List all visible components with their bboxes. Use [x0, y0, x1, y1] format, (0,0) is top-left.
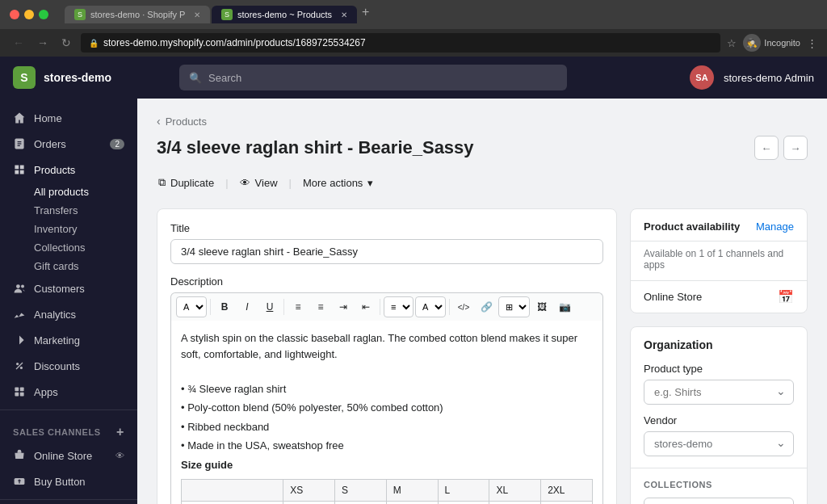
address-bar: ← → ↻ 🔒 stores-demo.myshopify.com/admin/…: [0, 29, 827, 57]
online-store-icon: [13, 449, 26, 462]
search-input[interactable]: [208, 72, 557, 84]
indent-button[interactable]: ⇥: [333, 296, 354, 317]
size-table: XS S M L XL 2XL: [181, 479, 593, 504]
svg-rect-9: [15, 387, 19, 391]
chest-2xl: 48-50: [541, 502, 593, 505]
tab-label-1: stores-demo · Shopify Partners: [90, 10, 186, 19]
link-button[interactable]: 🔗: [476, 296, 497, 317]
maximize-dot[interactable]: [39, 10, 48, 19]
sidebar-item-apps[interactable]: Apps: [0, 379, 137, 405]
apps-icon: [13, 385, 26, 398]
action-bar: ⧉ Duplicate | 👁 View | More actions ▾: [157, 173, 808, 192]
sidebar-subitem-all-products[interactable]: All products: [0, 183, 137, 201]
minimize-dot[interactable]: [24, 10, 34, 19]
sidebar-subitem-collections[interactable]: Collections: [0, 238, 137, 257]
tab-label-2: stores-demo ~ Products ~ 3/4 ...: [237, 10, 333, 19]
view-button[interactable]: 👁 View: [238, 174, 279, 192]
sidebar-item-discounts[interactable]: Discounts: [0, 353, 137, 379]
title-label: Title: [170, 222, 603, 234]
previous-product-button[interactable]: ←: [754, 136, 779, 160]
sidebar-item-customers[interactable]: Customers: [0, 275, 137, 301]
sidebar-item-analytics[interactable]: Analytics: [0, 301, 137, 327]
sidebar-item-marketing[interactable]: Marketing: [0, 327, 137, 353]
sales-channels-label: SALES CHANNELS: [13, 427, 101, 437]
search-input-wrap[interactable]: 🔍: [179, 65, 567, 90]
close-dot[interactable]: [10, 10, 19, 19]
title-input[interactable]: [170, 239, 603, 264]
size-col-xs: XS: [283, 480, 335, 502]
ordered-list-button[interactable]: ≡: [310, 296, 331, 317]
video-button[interactable]: 📷: [554, 296, 575, 317]
sidebar-label-products: Products: [34, 164, 75, 176]
tab-close-2[interactable]: ✕: [341, 10, 347, 19]
underline-button[interactable]: U: [259, 296, 280, 317]
toolbar-sep-3: [380, 299, 380, 315]
sidebar-item-buy-button[interactable]: Buy Button: [0, 468, 137, 494]
browser-tab-2[interactable]: S stores-demo ~ Products ~ 3/4 ... ✕: [212, 6, 357, 23]
next-product-button[interactable]: →: [783, 136, 808, 160]
tab-close-1[interactable]: ✕: [194, 10, 200, 19]
sidebar-subitem-inventory[interactable]: Inventory: [0, 220, 137, 238]
svg-rect-11: [15, 393, 19, 397]
sidebar-label-discounts: Discounts: [34, 360, 80, 372]
font-select[interactable]: A: [176, 296, 207, 317]
unordered-list-button[interactable]: ≡: [288, 296, 309, 317]
page-title: 3/4 sleeve raglan shirt - Bearie_Sassy: [157, 137, 474, 158]
align-select[interactable]: ≡: [384, 296, 414, 317]
star-icon[interactable]: ☆: [727, 37, 737, 49]
svg-point-7: [20, 367, 23, 369]
avatar-initials: SA: [695, 73, 707, 82]
sidebar-subitem-gift-cards[interactable]: Gift cards: [0, 257, 137, 275]
outdent-button[interactable]: ⇤: [355, 296, 376, 317]
topnav-right: SA stores-demo Admin: [690, 65, 814, 90]
more-actions-button[interactable]: More actions ▾: [301, 174, 375, 192]
menu-icon[interactable]: ⋮: [807, 37, 817, 49]
chevron-down-icon: ▾: [367, 177, 373, 189]
view-label: View: [255, 177, 278, 189]
address-box[interactable]: 🔒 stores-demo.myshopify.com/admin/produc…: [81, 33, 720, 52]
bold-button[interactable]: B: [214, 296, 235, 317]
forward-button[interactable]: →: [34, 35, 52, 51]
online-store-visibility-icon[interactable]: 👁: [115, 451, 124, 460]
browser-tab-1[interactable]: S stores-demo · Shopify Partners ✕: [65, 6, 210, 23]
availability-header: Product availability Manage: [631, 209, 807, 242]
collection-search[interactable]: 🔍: [644, 498, 794, 504]
action-divider-2: |: [289, 177, 292, 189]
marketing-icon: [13, 334, 26, 346]
toolbar-sep-4: [449, 299, 450, 315]
italic-button[interactable]: I: [237, 296, 258, 317]
org-title: Organization: [644, 338, 794, 351]
product-details-card: Title Description A B I U ≡: [157, 208, 617, 504]
svg-point-6: [16, 363, 19, 365]
sidebar-item-online-store[interactable]: Online Store 👁: [0, 443, 137, 468]
description-editor[interactable]: A stylish spin on the classic baseball r…: [170, 321, 603, 504]
new-tab-button[interactable]: +: [362, 6, 369, 23]
search-icon: 🔍: [189, 72, 202, 84]
product-type-input[interactable]: [644, 380, 794, 405]
duplicate-button[interactable]: ⧉ Duplicate: [157, 173, 216, 192]
sidebar-item-home[interactable]: Home: [0, 105, 137, 131]
add-sales-channel-icon[interactable]: +: [116, 425, 124, 439]
duplicate-label: Duplicate: [170, 177, 214, 189]
manage-link[interactable]: Manage: [756, 220, 794, 233]
sidebar-item-products[interactable]: Products: [0, 157, 137, 183]
reload-button[interactable]: ↻: [58, 35, 74, 51]
store-logo[interactable]: S stores-demo: [13, 66, 111, 89]
calendar-icon[interactable]: 📅: [778, 289, 794, 304]
sales-channels-section: SALES CHANNELS +: [0, 415, 137, 443]
breadcrumb-products-link[interactable]: Products: [166, 116, 207, 128]
collections-label: COLLECTIONS: [644, 480, 794, 489]
image-button[interactable]: 🖼: [531, 296, 552, 317]
size-col-empty: [182, 480, 283, 502]
vendor-select[interactable]: stores-demo: [644, 431, 794, 456]
back-button[interactable]: ←: [10, 35, 27, 51]
font-color-select[interactable]: A: [415, 296, 446, 317]
table-select[interactable]: ⊞: [498, 296, 530, 317]
sidebar: Home Orders 2 Products All products Tran…: [0, 99, 137, 504]
avatar[interactable]: SA: [690, 65, 714, 90]
address-text: stores-demo.myshopify.com/admin/products…: [103, 37, 366, 48]
sidebar-item-orders[interactable]: Orders 2: [0, 131, 137, 157]
content-side: Product availability Manage Available on…: [630, 208, 808, 504]
sidebar-subitem-transfers[interactable]: Transfers: [0, 201, 137, 220]
source-code-button[interactable]: </>: [453, 296, 474, 317]
